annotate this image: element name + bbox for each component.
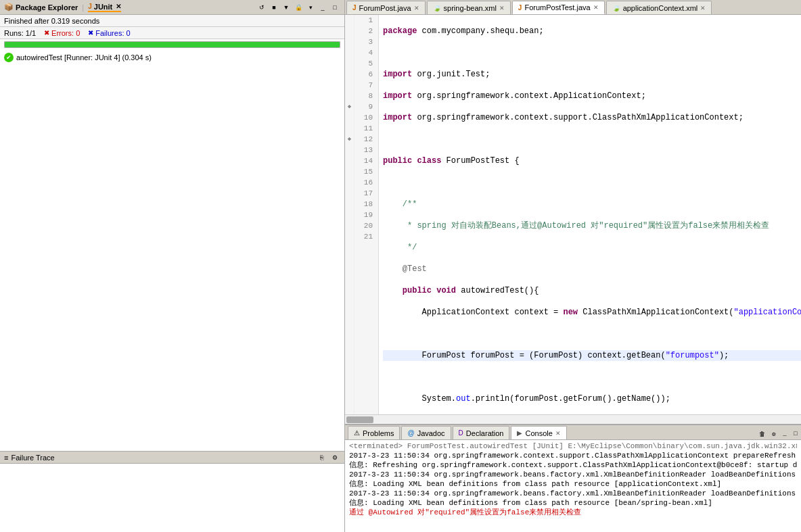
- tab-problems[interactable]: ⚠ Problems: [348, 426, 400, 439]
- tab-console[interactable]: ▶ Console ✕: [511, 426, 566, 439]
- test-item[interactable]: ✔ autowiredTest [Runner: JUnit 4] (0.304…: [1, 51, 343, 64]
- right-panel: J ForumPost.java ✕ 🍃 spring-bean.xml ✕ J…: [345, 0, 801, 532]
- console-line-1: 信息: Refreshing org.springframework.conte…: [349, 460, 797, 470]
- tab-problems-label: Problems: [363, 429, 394, 437]
- tab-ForumPost[interactable]: J ForumPost.java ✕: [346, 1, 426, 14]
- editor-tabs: J ForumPost.java ✕ 🍃 spring-bean.xml ✕ J…: [345, 0, 801, 15]
- tab-close-appctx[interactable]: ✕: [700, 5, 706, 11]
- console-line-0: 2017-3-23 11:50:34 org.springframework.c…: [349, 451, 797, 460]
- console-minimize-btn[interactable]: _: [779, 429, 790, 439]
- console-line-3: 信息: Loading XML bean definitions from cl…: [349, 479, 797, 489]
- console-icon: ▶: [517, 429, 522, 437]
- status-finished: Finished after 0.319 seconds: [4, 17, 99, 25]
- failure-icon: ✖: [88, 29, 93, 37]
- minimize-btn[interactable]: _: [317, 2, 328, 13]
- runs-count: Runs: 1/1: [4, 29, 36, 37]
- history-btn[interactable]: ▼: [281, 2, 292, 13]
- bottom-tabs: ⚠ Problems @ Javadoc D Declaration ▶ Con…: [345, 425, 801, 440]
- error-icon: ✖: [44, 29, 49, 37]
- xml-icon-spring: 🍃: [433, 4, 441, 11]
- tab-console-label: Console: [525, 429, 552, 437]
- junit-label: JUnit: [94, 3, 113, 11]
- xml-icon-appctx: 🍃: [612, 4, 620, 11]
- console-line-4: 2017-3-23 11:50:34 org.springframework.b…: [349, 489, 797, 498]
- horizontal-scrollbar[interactable]: [345, 414, 801, 424]
- tab-label-appctx: applicationContext.xml: [623, 4, 698, 12]
- tab-applicationContext[interactable]: 🍃 applicationContext.xml ✕: [606, 1, 712, 14]
- junit-status-bar: Finished after 0.319 seconds: [0, 15, 344, 27]
- failure-trace-panel: ≡ Failure Trace ⎘ ⚙: [0, 451, 344, 532]
- package-explorer-label: Package Explorer: [16, 3, 78, 11]
- stop-btn[interactable]: ■: [269, 2, 279, 13]
- rerun-btn[interactable]: ↺: [256, 2, 267, 13]
- trace-copy-btn[interactable]: ⎘: [316, 452, 327, 463]
- progress-bar-container: [4, 41, 340, 48]
- view-menu-btn[interactable]: ▾: [305, 2, 316, 13]
- scroll-thumb[interactable]: [346, 416, 373, 423]
- failure-trace-menu-icon: ≡: [4, 454, 8, 462]
- panel-header-icons: ↺ ■ ▼ 🔒 ▾ _ □: [256, 2, 340, 13]
- tab-declaration-label: Declaration: [466, 429, 504, 437]
- console-tab-close[interactable]: ✕: [555, 430, 561, 437]
- console-terminated-line: <terminated> ForumPostTest.autowiredTest…: [349, 441, 797, 451]
- left-panel: 📦 Package Explorer | J JUnit ✕ ↺ ■ ▼ 🔒 ▾…: [0, 0, 345, 532]
- tab-label-spring: spring-bean.xml: [444, 4, 497, 12]
- tab-declaration[interactable]: D Declaration: [453, 426, 510, 439]
- problems-icon: ⚠: [354, 429, 360, 437]
- console-line-2: 2017-3-23 11:50:34 org.springframework.b…: [349, 470, 797, 479]
- failure-trace-label: Failure Trace: [11, 454, 54, 462]
- tab-javadoc[interactable]: @ Javadoc: [401, 426, 451, 439]
- panel-header: 📦 Package Explorer | J JUnit ✕ ↺ ■ ▼ 🔒 ▾…: [0, 0, 344, 15]
- errors-count: ✖ Errors: 0: [44, 29, 80, 37]
- tab-label-forumpost: ForumPost.java: [359, 4, 411, 12]
- declaration-icon: D: [459, 429, 463, 437]
- java-icon-forumpost: J: [352, 4, 357, 11]
- failure-trace-content: [0, 464, 344, 469]
- junit-tab-close[interactable]: ✕: [116, 3, 121, 10]
- console-options-btn[interactable]: ⚙: [769, 429, 779, 439]
- bottom-panel: ⚠ Problems @ Javadoc D Declaration ▶ Con…: [345, 424, 801, 532]
- tab-ForumPostTest[interactable]: J ForumPostTest.java ✕: [512, 1, 605, 14]
- package-explorer-tab[interactable]: 📦 Package Explorer: [4, 3, 78, 11]
- java-icon-forumposttest: J: [518, 4, 522, 11]
- tab-separator: |: [82, 3, 84, 11]
- console-maximize-btn[interactable]: □: [790, 429, 801, 439]
- package-explorer-icon: 📦: [4, 3, 14, 11]
- failures-count: ✖ Failures: 0: [88, 29, 130, 37]
- tab-close-forumpost[interactable]: ✕: [414, 5, 419, 11]
- progress-bar-fill: [5, 42, 340, 47]
- console-clear-btn[interactable]: 🗑: [756, 429, 767, 439]
- line-numbers: 1 2 3 4 5 6 7 8 9 10 11 12 13 14 15 16 1…: [354, 15, 379, 414]
- junit-counts-bar: Runs: 1/1 ✖ Errors: 0 ✖ Failures: 0: [0, 27, 344, 39]
- junit-test-list: ✔ autowiredTest [Runner: JUnit 4] (0.304…: [0, 50, 344, 451]
- code-content[interactable]: package com.mycompany.shequ.bean; import…: [379, 15, 801, 414]
- junit-icon: J: [88, 3, 92, 10]
- failure-trace-header: ≡ Failure Trace ⎘ ⚙: [0, 452, 344, 464]
- junit-tab[interactable]: J JUnit ✕: [88, 3, 121, 12]
- editor-margin: ◆ ◆: [345, 15, 354, 414]
- lock-btn[interactable]: 🔒: [293, 2, 304, 13]
- tab-close-forumposttest[interactable]: ✕: [593, 4, 599, 11]
- maximize-btn[interactable]: □: [329, 2, 340, 13]
- console-content: <terminated> ForumPostTest.autowiredTest…: [345, 440, 801, 532]
- tab-label-forumposttest: ForumPostTest.java: [524, 3, 590, 11]
- test-pass-icon: ✔: [4, 53, 14, 62]
- console-line-5: 信息: Loading XML bean definitions from cl…: [349, 498, 797, 508]
- editor-area: ◆ ◆ 1 2 3 4 5 6 7: [345, 15, 801, 414]
- trace-filter-btn[interactable]: ⚙: [329, 452, 340, 463]
- tab-close-spring[interactable]: ✕: [499, 5, 505, 11]
- tab-spring-bean[interactable]: 🍃 spring-bean.xml ✕: [427, 1, 511, 14]
- javadoc-icon: @: [407, 429, 414, 437]
- test-item-label: autowiredTest [Runner: JUnit 4] (0.304 s…: [16, 53, 152, 62]
- console-line-6: 通过 @Autowired 对"required"属性设置为false来禁用相关…: [349, 508, 797, 517]
- tab-javadoc-label: Javadoc: [417, 429, 445, 437]
